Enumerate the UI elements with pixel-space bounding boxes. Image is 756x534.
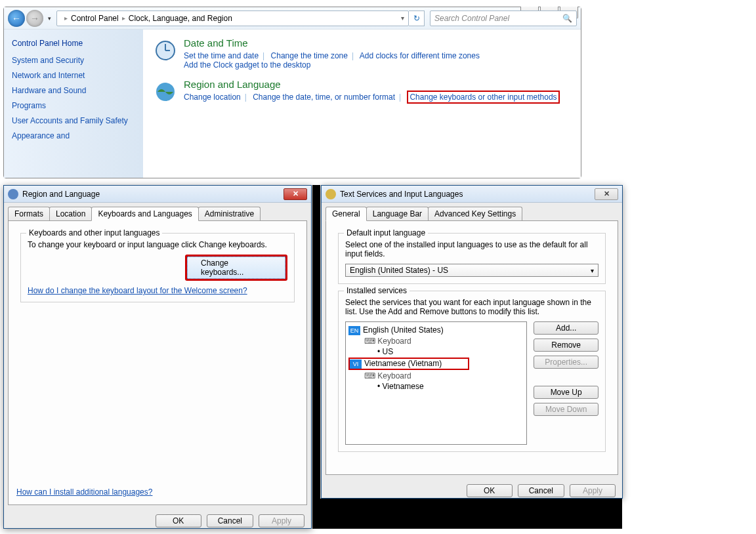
back-button[interactable]: ← xyxy=(8,10,25,27)
sidebar-item-hardware[interactable]: Hardware and Sound xyxy=(12,86,135,95)
group-default-lang-title: Default input language xyxy=(344,228,428,237)
tree-kb-vietnamese[interactable]: Vietnamese xyxy=(383,382,424,391)
nav-history-dropdown[interactable]: ▾ xyxy=(46,15,52,22)
search-icon: 🔍 xyxy=(562,14,572,23)
control-panel-window: — ▢ ✕ ← → ▾ ▸ Control Panel ▸ Clock, Lan… xyxy=(3,7,581,178)
link-set-time-date[interactable]: Set the time and date xyxy=(184,51,259,60)
clock-icon xyxy=(152,37,178,64)
apply-button[interactable]: Apply xyxy=(259,514,304,527)
move-up-button[interactable]: Move Up xyxy=(534,386,598,399)
close-button[interactable]: ✕ xyxy=(595,188,618,200)
link-change-keyboards[interactable]: Change keyboards or other input methods xyxy=(407,91,559,104)
tree-lang-english[interactable]: English (United States) xyxy=(363,325,444,335)
link-change-location[interactable]: Change location xyxy=(184,92,241,102)
group-installed-title: Installed services xyxy=(344,286,410,295)
toolbar: ← → ▾ ▸ Control Panel ▸ Clock, Language,… xyxy=(4,7,581,30)
default-language-select[interactable]: English (United States) - US xyxy=(345,264,598,277)
tree-kb-us[interactable]: US xyxy=(383,347,394,356)
sidebar-item-users[interactable]: User Accounts and Family Safety xyxy=(12,116,135,125)
move-down-button[interactable]: Move Down xyxy=(534,403,598,416)
globe-icon xyxy=(8,189,18,199)
tree-lang-vietnamese[interactable]: Vietnamese (Vietnam) xyxy=(364,359,442,368)
breadcrumb-control-panel[interactable]: Control Panel xyxy=(71,14,119,23)
apply-button[interactable]: Apply xyxy=(570,484,616,497)
tab-general[interactable]: General xyxy=(326,207,367,221)
tab-location[interactable]: Location xyxy=(49,207,92,220)
close-button[interactable]: ✕ xyxy=(284,188,307,200)
forward-button[interactable]: → xyxy=(26,10,43,27)
tree-keyboard-label: Keyboard xyxy=(377,337,411,346)
link-change-date-format[interactable]: Change the date, time, or number format xyxy=(253,92,395,102)
group-default-lang-desc: Select one of the installed input langua… xyxy=(345,240,598,258)
sidebar-item-network[interactable]: Network and Internet xyxy=(12,71,135,80)
help-install-languages-link[interactable]: How can I install additional languages? xyxy=(16,487,152,497)
tab-keyboards-languages[interactable]: Keyboards and Languages xyxy=(91,207,198,221)
vi-badge: VI xyxy=(350,359,362,369)
cancel-button[interactable]: Cancel xyxy=(207,514,253,527)
group-installed-desc: Select the services that you want for ea… xyxy=(345,298,598,316)
tree-keyboard-label: Keyboard xyxy=(377,371,411,380)
divider xyxy=(312,185,320,529)
change-keyboards-button[interactable]: Change keyboards... xyxy=(185,255,287,281)
link-add-clock-gadget[interactable]: Add the Clock gadget to the desktop xyxy=(184,60,310,70)
group-keyboards-title: Keyboards and other input languages xyxy=(26,228,162,237)
category-region-language[interactable]: Region and Language xyxy=(184,79,560,90)
add-button[interactable]: Add... xyxy=(534,321,598,335)
address-bar[interactable]: ▸ Control Panel ▸ Clock, Language, and R… xyxy=(56,10,409,26)
main-content: Date and Time Set the time and date| Cha… xyxy=(143,30,581,178)
region-language-dialog: Region and Language ✕ Formats Location K… xyxy=(3,185,312,529)
globe-icon xyxy=(152,79,178,105)
tab-advanced-key[interactable]: Advanced Key Settings xyxy=(428,207,522,220)
refresh-button[interactable]: ↻ xyxy=(409,10,425,26)
dialog-title: Text Services and Input Languages xyxy=(340,190,463,199)
remove-button[interactable]: Remove xyxy=(534,339,598,352)
ok-button[interactable]: OK xyxy=(156,514,201,527)
divider xyxy=(312,499,622,529)
dialog-title: Region and Language xyxy=(22,190,100,199)
tab-formats[interactable]: Formats xyxy=(8,207,50,220)
sidebar: Control Panel Home System and Security N… xyxy=(4,30,143,178)
category-date-time[interactable]: Date and Time xyxy=(184,37,480,49)
ok-button[interactable]: OK xyxy=(467,484,513,497)
properties-button[interactable]: Properties... xyxy=(534,356,598,369)
keyboard-icon xyxy=(326,189,336,199)
text-services-dialog: Text Services and Input Languages ✕ Gene… xyxy=(321,185,623,499)
breadcrumb-clock-lang-region[interactable]: Clock, Language, and Region xyxy=(129,14,232,23)
group-keyboards-desc: To change your keyboard or input languag… xyxy=(28,240,287,249)
link-change-time-zone[interactable]: Change the time zone xyxy=(271,51,348,60)
en-badge: EN xyxy=(348,326,360,335)
sidebar-item-appearance[interactable]: Appearance and xyxy=(12,131,135,140)
tab-language-bar[interactable]: Language Bar xyxy=(366,207,429,220)
search-input[interactable]: Search Control Panel 🔍 xyxy=(430,10,577,26)
installed-services-tree[interactable]: ENEnglish (United States) ⌨ Keyboard • U… xyxy=(345,321,527,445)
link-add-clocks[interactable]: Add clocks for different time zones xyxy=(360,51,480,60)
tab-administrative[interactable]: Administrative xyxy=(198,207,261,220)
sidebar-item-programs[interactable]: Programs xyxy=(12,101,135,110)
control-panel-home-link[interactable]: Control Panel Home xyxy=(12,39,135,48)
help-welcome-screen-link[interactable]: How do I change the keyboard layout for … xyxy=(28,286,247,295)
cancel-button[interactable]: Cancel xyxy=(518,484,564,497)
sidebar-item-system[interactable]: System and Security xyxy=(12,56,135,65)
